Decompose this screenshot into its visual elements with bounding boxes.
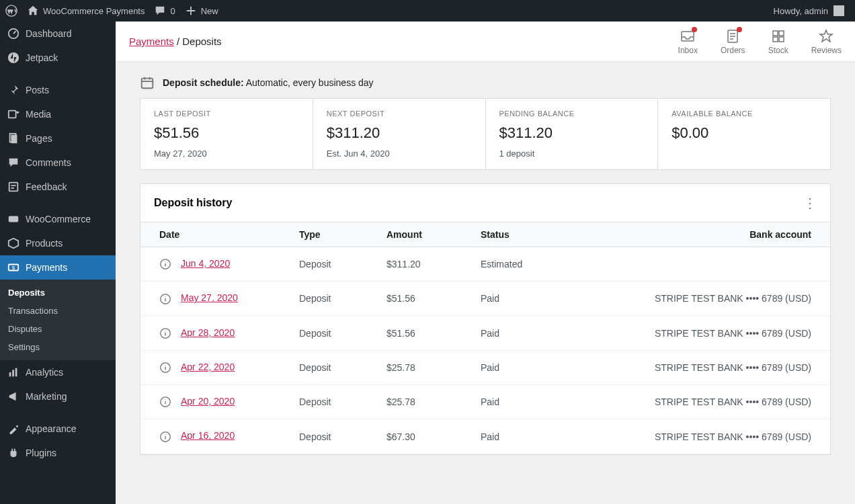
- submenu-deposits[interactable]: Deposits: [0, 284, 116, 302]
- svg-rect-12: [12, 370, 14, 376]
- sidebar-item-comments[interactable]: Comments: [0, 151, 116, 175]
- deposit-amount: $25.78: [376, 350, 470, 384]
- deposit-amount: $51.56: [376, 282, 470, 316]
- analytics-icon: [7, 366, 20, 379]
- admin-bar: WooCommerce Payments 0 New Howdy, admin: [0, 0, 855, 22]
- header-action-inbox[interactable]: Inbox: [678, 28, 698, 55]
- deposit-amount: $311.20: [376, 247, 470, 282]
- sidebar-item-posts[interactable]: Posts: [0, 78, 116, 102]
- sidebar-item-payments[interactable]: $Payments: [0, 255, 116, 280]
- plugins-icon: [7, 446, 20, 460]
- deposit-bank: [571, 247, 830, 282]
- howdy-text: Howdy, admin: [774, 6, 828, 16]
- wp-logo-icon[interactable]: [5, 5, 17, 17]
- deposit-bank: STRIPE TEST BANK •••• 6789 (USD): [571, 282, 830, 316]
- deposit-type: Deposit: [288, 385, 376, 419]
- col-amount[interactable]: Amount: [376, 222, 470, 247]
- deposit-table: Date Type Amount Status Bank account Jun…: [140, 222, 830, 454]
- submenu-disputes[interactable]: Disputes: [0, 320, 116, 338]
- sidebar-item-marketing[interactable]: Marketing: [0, 384, 116, 409]
- table-row[interactable]: May 27, 2020 Deposit $51.56 Paid STRIPE …: [140, 282, 830, 316]
- deposit-status: Paid: [470, 316, 571, 350]
- svg-point-4: [17, 112, 19, 114]
- home-icon: [27, 5, 39, 17]
- deposit-status: Paid: [470, 350, 571, 384]
- header-action-reviews[interactable]: Reviews: [811, 28, 842, 55]
- deposit-date-link[interactable]: Apr 16, 2020: [181, 430, 235, 441]
- deposit-type: Deposit: [288, 282, 376, 316]
- deposit-status: Paid: [470, 385, 571, 419]
- plus-icon: [185, 5, 197, 17]
- deposit-date-link[interactable]: Apr 28, 2020: [181, 327, 235, 338]
- deposit-bank: STRIPE TEST BANK •••• 6789 (USD): [571, 316, 830, 350]
- deposit-bank: STRIPE TEST BANK •••• 6789 (USD): [571, 350, 830, 384]
- svg-rect-18: [773, 37, 778, 42]
- sidebar-item-jetpack[interactable]: Jetpack: [0, 46, 116, 70]
- deposit-status: Estimated: [470, 247, 571, 282]
- summary-pending-balance: PENDING BALANCE $311.20 1 deposit: [486, 99, 659, 169]
- deposit-type: Deposit: [288, 247, 376, 282]
- sidebar-item-dashboard[interactable]: Dashboard: [0, 22, 116, 46]
- new-link[interactable]: New: [185, 5, 218, 17]
- svg-rect-11: [9, 372, 11, 376]
- col-status[interactable]: Status: [470, 222, 571, 247]
- sidebar-item-pages[interactable]: Pages: [0, 126, 116, 151]
- header-action-orders[interactable]: Orders: [721, 28, 745, 55]
- site-name: WooCommerce Payments: [43, 6, 145, 16]
- deposit-date-link[interactable]: Jun 4, 2020: [181, 258, 230, 269]
- svg-rect-3: [9, 111, 16, 118]
- table-row[interactable]: Apr 20, 2020 Deposit $25.78 Paid STRIPE …: [140, 385, 830, 419]
- deposit-date-link[interactable]: Apr 20, 2020: [181, 396, 235, 407]
- site-link[interactable]: WooCommerce Payments: [27, 5, 145, 17]
- info-icon: [159, 293, 171, 305]
- sidebar-item-appearance[interactable]: Appearance: [0, 417, 116, 441]
- svg-point-2: [8, 52, 19, 63]
- deposit-date-link[interactable]: Apr 22, 2020: [181, 362, 235, 372]
- submenu-settings[interactable]: Settings: [0, 338, 116, 356]
- table-row[interactable]: Apr 16, 2020 Deposit $67.30 Paid STRIPE …: [140, 419, 830, 454]
- sidebar-item-media[interactable]: Media: [0, 102, 116, 126]
- media-icon: [7, 108, 20, 121]
- deposit-bank: STRIPE TEST BANK •••• 6789 (USD): [571, 419, 830, 454]
- deposit-status: Paid: [470, 282, 571, 316]
- user-menu[interactable]: Howdy, admin: [774, 5, 850, 16]
- deposit-amount: $51.56: [376, 316, 470, 350]
- stock-icon: [770, 28, 786, 44]
- table-row[interactable]: Apr 22, 2020 Deposit $25.78 Paid STRIPE …: [140, 350, 830, 384]
- svg-rect-8: [9, 216, 18, 222]
- content-area: Payments / Deposits Inbox Orders Stock: [116, 22, 855, 504]
- comments-link[interactable]: 0: [154, 5, 175, 17]
- svg-rect-7: [9, 183, 18, 192]
- products-icon: [7, 237, 20, 250]
- col-date[interactable]: Date: [140, 222, 288, 247]
- pages-icon: [7, 132, 20, 145]
- marketing-icon: [7, 390, 20, 403]
- table-row[interactable]: Jun 4, 2020 Deposit $311.20 Estimated: [140, 247, 830, 282]
- deposit-amount: $25.78: [376, 385, 470, 419]
- deposit-date-link[interactable]: May 27, 2020: [181, 292, 238, 303]
- calendar-icon: [140, 75, 155, 90]
- col-bank[interactable]: Bank account: [571, 222, 830, 247]
- sidebar-item-feedback[interactable]: Feedback: [0, 175, 116, 199]
- breadcrumb-parent[interactable]: Payments: [129, 36, 174, 47]
- sidebar-item-plugins[interactable]: Plugins: [0, 441, 116, 465]
- sidebar-item-woocommerce[interactable]: WooCommerce: [0, 207, 116, 231]
- sidebar-item-products[interactable]: Products: [0, 231, 116, 255]
- header-action-stock[interactable]: Stock: [768, 28, 788, 55]
- info-icon: [159, 327, 171, 339]
- avatar: [833, 5, 844, 16]
- panel-menu-icon[interactable]: ⋮: [803, 195, 817, 211]
- submenu-transactions[interactable]: Transactions: [0, 302, 116, 320]
- svg-rect-17: [779, 31, 784, 36]
- jetpack-icon: [7, 51, 20, 65]
- table-row[interactable]: Apr 28, 2020 Deposit $51.56 Paid STRIPE …: [140, 316, 830, 350]
- svg-rect-13: [15, 368, 17, 377]
- info-icon: [159, 362, 171, 374]
- col-type[interactable]: Type: [288, 222, 376, 247]
- svg-rect-14: [682, 32, 694, 41]
- deposit-bank: STRIPE TEST BANK •••• 6789 (USD): [571, 385, 830, 419]
- info-icon: [159, 431, 171, 443]
- deposit-status: Paid: [470, 419, 571, 454]
- sidebar-item-analytics[interactable]: Analytics: [0, 360, 116, 384]
- svg-rect-19: [779, 37, 784, 42]
